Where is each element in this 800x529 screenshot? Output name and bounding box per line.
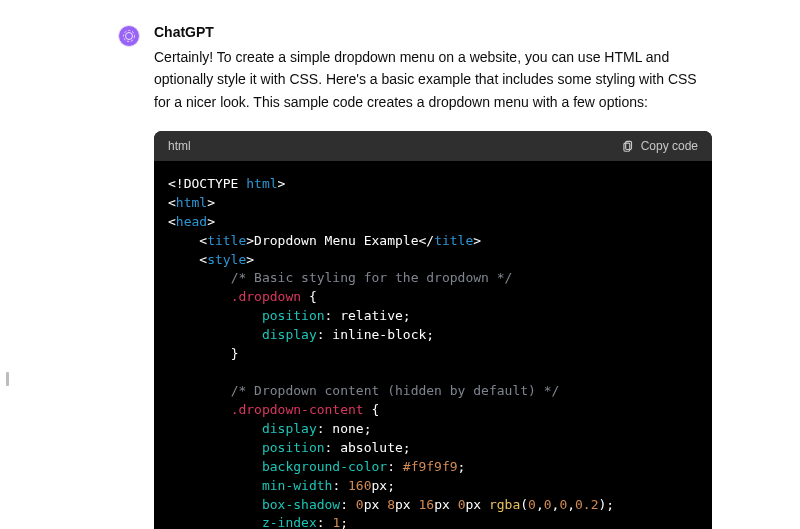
code-block: html Copy code <!DOCTYPE html> <html> <h… (154, 131, 712, 529)
text-cursor (6, 372, 9, 386)
code-content[interactable]: <!DOCTYPE html> <html> <head> <title>Dro… (154, 161, 712, 529)
clipboard-icon (621, 139, 635, 153)
code-lang-label: html (168, 139, 191, 153)
code-header: html Copy code (154, 131, 712, 161)
copy-code-label: Copy code (641, 139, 698, 153)
svg-point-0 (126, 33, 133, 40)
assistant-name: ChatGPT (154, 24, 712, 40)
assistant-message: ChatGPT Certainly! To create a simple dr… (118, 24, 712, 529)
openai-icon (122, 29, 136, 43)
copy-code-button[interactable]: Copy code (621, 139, 698, 153)
assistant-avatar (118, 25, 140, 47)
assistant-text: Certainly! To create a simple dropdown m… (154, 46, 712, 113)
